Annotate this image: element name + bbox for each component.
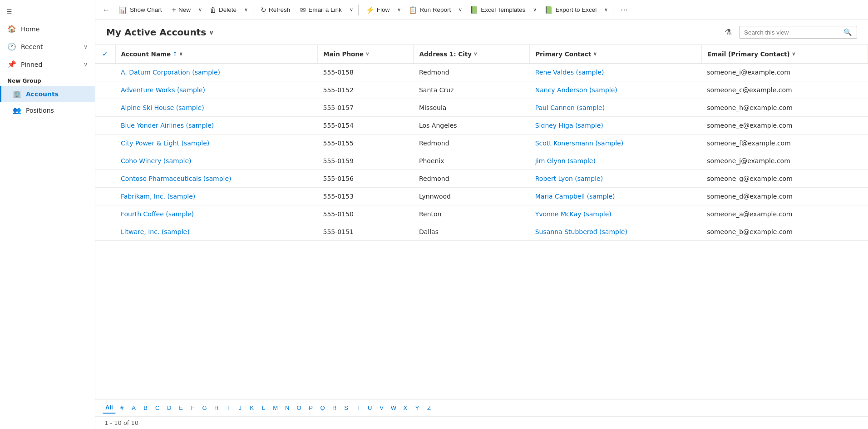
account-name-cell[interactable]: Blue Yonder Airlines (sample) bbox=[115, 117, 318, 135]
alpha-btn-f[interactable]: F bbox=[187, 403, 198, 413]
new-chevron[interactable]: ∨ bbox=[196, 4, 204, 15]
back-button[interactable]: ← bbox=[99, 3, 113, 17]
export-excel-button[interactable]: 📗 Export to Excel bbox=[540, 3, 601, 17]
run-report-button[interactable]: 📋 Run Report bbox=[404, 3, 455, 17]
excel-templates-button[interactable]: 📗 Excel Templates bbox=[465, 3, 530, 17]
primary-contact-cell[interactable]: Susanna Stubberod (sample) bbox=[530, 223, 701, 241]
alpha-btn-g[interactable]: G bbox=[199, 403, 210, 413]
alpha-btn-t[interactable]: T bbox=[353, 403, 364, 413]
account-name-cell[interactable]: A. Datum Corporation (sample) bbox=[115, 63, 318, 81]
show-chart-button[interactable]: 📊 Show Chart bbox=[114, 3, 167, 17]
primary-contact-cell[interactable]: Robert Lyon (sample) bbox=[530, 170, 701, 188]
email-cell: someone_d@example.com bbox=[701, 188, 868, 205]
alpha-btn-r[interactable]: R bbox=[329, 403, 340, 413]
account-name-chevron[interactable]: ∨ bbox=[179, 51, 183, 57]
flow-chevron[interactable]: ∨ bbox=[395, 4, 403, 15]
account-name-column-header[interactable]: Account Name ↑ ∨ bbox=[115, 45, 318, 63]
sidebar-item-pinned[interactable]: 📌 Pinned ∨ bbox=[0, 55, 95, 73]
alpha-btn-k[interactable]: K bbox=[247, 403, 257, 413]
alpha-btn-z[interactable]: Z bbox=[424, 403, 434, 413]
alpha-btn-n[interactable]: N bbox=[282, 403, 293, 413]
city-chevron[interactable]: ∨ bbox=[473, 51, 478, 57]
primary-contact-cell[interactable]: Maria Campbell (sample) bbox=[530, 188, 701, 205]
row-checkbox-cell[interactable] bbox=[95, 99, 115, 117]
account-name-cell[interactable]: Fabrikam, Inc. (sample) bbox=[115, 188, 318, 205]
excel-templates-chevron[interactable]: ∨ bbox=[531, 4, 539, 15]
row-checkbox-cell[interactable] bbox=[95, 63, 115, 81]
account-name-cell[interactable]: Contoso Pharmaceuticals (sample) bbox=[115, 170, 318, 188]
alpha-btn-x[interactable]: X bbox=[400, 403, 411, 413]
alpha-btn-p[interactable]: P bbox=[306, 403, 316, 413]
alpha-btn-#[interactable]: # bbox=[117, 403, 128, 413]
alpha-btn-all[interactable]: All bbox=[103, 402, 116, 414]
row-checkbox-cell[interactable] bbox=[95, 117, 115, 135]
view-title-chevron[interactable]: ∨ bbox=[209, 29, 214, 36]
row-checkbox-cell[interactable] bbox=[95, 223, 115, 241]
email-chevron[interactable]: ∨ bbox=[347, 4, 355, 15]
primary-contact-column-header[interactable]: Primary Contact ∨ bbox=[530, 45, 701, 63]
alpha-btn-s[interactable]: S bbox=[341, 403, 352, 413]
account-name-cell[interactable]: City Power & Light (sample) bbox=[115, 135, 318, 152]
city-column-header[interactable]: Address 1: City ∨ bbox=[414, 45, 530, 63]
alpha-btn-j[interactable]: J bbox=[235, 403, 246, 413]
primary-contact-cell[interactable]: Sidney Higa (sample) bbox=[530, 117, 701, 135]
delete-button[interactable]: 🗑 Delete bbox=[205, 3, 241, 16]
alpha-btn-h[interactable]: H bbox=[211, 403, 222, 413]
flow-button[interactable]: ⚡ Flow bbox=[361, 3, 395, 17]
primary-contact-chevron[interactable]: ∨ bbox=[593, 51, 597, 57]
primary-contact-cell[interactable]: Rene Valdes (sample) bbox=[530, 63, 701, 81]
alpha-btn-d[interactable]: D bbox=[164, 403, 175, 413]
account-name-cell[interactable]: Alpine Ski House (sample) bbox=[115, 99, 318, 117]
alpha-btn-l[interactable]: L bbox=[258, 403, 269, 413]
account-name-cell[interactable]: Adventure Works (sample) bbox=[115, 81, 318, 99]
table-row: A. Datum Corporation (sample) 555-0158 R… bbox=[95, 63, 868, 81]
email-chevron[interactable]: ∨ bbox=[792, 51, 796, 57]
new-button[interactable]: + New bbox=[168, 3, 195, 17]
row-checkbox-cell[interactable] bbox=[95, 135, 115, 152]
row-checkbox-cell[interactable] bbox=[95, 152, 115, 170]
more-options-button[interactable]: ⋯ bbox=[617, 3, 631, 17]
alpha-btn-q[interactable]: Q bbox=[317, 403, 328, 413]
refresh-button[interactable]: ↻ Refresh bbox=[256, 3, 295, 17]
export-excel-chevron[interactable]: ∨ bbox=[602, 4, 610, 15]
row-checkbox-cell[interactable] bbox=[95, 205, 115, 223]
row-checkbox-cell[interactable] bbox=[95, 188, 115, 205]
sidebar-item-positions[interactable]: 👥 Positions bbox=[0, 102, 95, 119]
alpha-btn-o[interactable]: O bbox=[294, 403, 305, 413]
account-name-cell[interactable]: Coho Winery (sample) bbox=[115, 152, 318, 170]
run-report-chevron[interactable]: ∨ bbox=[456, 4, 464, 15]
alpha-btn-a[interactable]: A bbox=[128, 403, 139, 413]
select-all-checkbox[interactable]: ✓ bbox=[102, 50, 108, 58]
main-phone-chevron[interactable]: ∨ bbox=[365, 51, 370, 57]
primary-contact-cell[interactable]: Yvonne McKay (sample) bbox=[530, 205, 701, 223]
alpha-btn-e[interactable]: E bbox=[176, 403, 187, 413]
primary-contact-cell[interactable]: Jim Glynn (sample) bbox=[530, 152, 701, 170]
hamburger-menu[interactable]: ☰ bbox=[0, 4, 95, 20]
email-column-header[interactable]: Email (Primary Contact) ∨ bbox=[701, 45, 868, 63]
filter-button[interactable]: ⚗ bbox=[721, 25, 735, 39]
account-name-cell[interactable]: Litware, Inc. (sample) bbox=[115, 223, 318, 241]
sidebar-item-home[interactable]: 🏠 Home bbox=[0, 20, 95, 38]
alpha-btn-b[interactable]: B bbox=[140, 403, 151, 413]
alpha-btn-w[interactable]: W bbox=[388, 403, 399, 413]
primary-contact-cell[interactable]: Paul Cannon (sample) bbox=[530, 99, 701, 117]
alpha-btn-m[interactable]: M bbox=[270, 403, 281, 413]
search-input[interactable] bbox=[744, 29, 843, 36]
alpha-btn-c[interactable]: C bbox=[152, 403, 163, 413]
email-link-button[interactable]: ✉ Email a Link bbox=[296, 3, 346, 17]
primary-contact-cell[interactable]: Nancy Anderson (sample) bbox=[530, 81, 701, 99]
alpha-btn-i[interactable]: I bbox=[223, 403, 234, 413]
primary-contact-cell[interactable]: Scott Konersmann (sample) bbox=[530, 135, 701, 152]
delete-chevron[interactable]: ∨ bbox=[242, 4, 250, 15]
main-phone-column-header[interactable]: Main Phone ∨ bbox=[318, 45, 414, 63]
alpha-btn-u[interactable]: U bbox=[365, 403, 375, 413]
alpha-btn-v[interactable]: V bbox=[376, 403, 387, 413]
sidebar-item-recent[interactable]: 🕐 Recent ∨ bbox=[0, 38, 95, 55]
row-checkbox-cell[interactable] bbox=[95, 81, 115, 99]
account-name-cell[interactable]: Fourth Coffee (sample) bbox=[115, 205, 318, 223]
sidebar-item-accounts[interactable]: 🏢 Accounts bbox=[0, 86, 95, 102]
row-checkbox-cell[interactable] bbox=[95, 170, 115, 188]
email-cell: someone_g@example.com bbox=[701, 170, 868, 188]
alpha-btn-y[interactable]: Y bbox=[412, 403, 423, 413]
show-chart-label: Show Chart bbox=[130, 6, 162, 13]
